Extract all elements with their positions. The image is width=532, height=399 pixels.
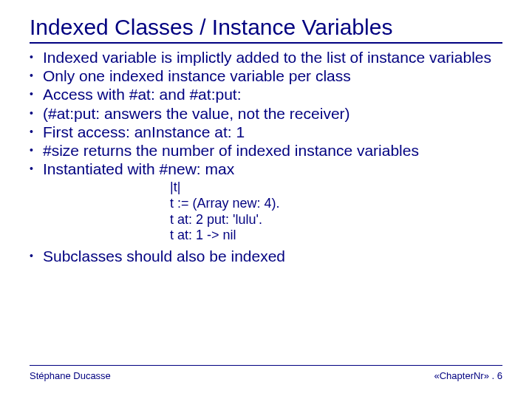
bullet-dot-icon: •	[30, 85, 43, 103]
code-line: |t|	[170, 180, 502, 196]
bullet-dot-icon: •	[30, 48, 43, 66]
bullet-dot-icon: •	[30, 141, 43, 160]
list-item: • #size returns the number of indexed in…	[30, 141, 502, 160]
slide-title: Indexed Classes / Instance Variables	[30, 15, 502, 44]
bullet-dot-icon: •	[30, 123, 43, 141]
footer-author: Stéphane Ducasse	[30, 370, 111, 381]
list-item: • Only one indexed instance variable per…	[30, 66, 502, 85]
bullet-dot-icon: •	[30, 247, 43, 265]
footer-pageref: «ChapterNr» . 6	[434, 370, 503, 381]
bullet-text: Only one indexed instance variable per c…	[43, 66, 502, 85]
bullet-text: First access: anInstance at: 1	[43, 123, 502, 141]
list-item: • Indexed variable is implictly added to…	[30, 48, 502, 66]
bullet-dot-icon: •	[30, 160, 43, 178]
bullet-text: Access with #at: and #at:put:	[43, 85, 502, 103]
code-line: t := (Array new: 4).	[170, 196, 502, 212]
bullet-text: Indexed variable is implictly added to t…	[43, 48, 502, 66]
bullet-dot-icon: •	[30, 104, 43, 123]
list-item: • Subclasses should also be indexed	[30, 247, 502, 265]
list-item: • First access: anInstance at: 1	[30, 123, 502, 141]
footer: Stéphane Ducasse «ChapterNr» . 6	[30, 365, 502, 381]
list-item: • Instantiated with #new: max	[30, 160, 502, 178]
list-item: • Access with #at: and #at:put:	[30, 85, 502, 103]
bullet-dot-icon: •	[30, 66, 43, 85]
code-line: t at: 2 put: 'lulu'.	[170, 212, 502, 228]
code-block: |t| t := (Array new: 4). t at: 2 put: 'l…	[170, 180, 502, 243]
bullet-text: #size returns the number of indexed inst…	[43, 141, 502, 160]
bullet-text: (#at:put: answers the value, not the rec…	[43, 104, 502, 123]
bullet-text: Instantiated with #new: max	[43, 160, 502, 178]
bullet-list: • Indexed variable is implictly added to…	[30, 48, 502, 265]
code-line: t at: 1 -> nil	[170, 228, 502, 244]
list-item: • (#at:put: answers the value, not the r…	[30, 104, 502, 123]
bullet-text: Subclasses should also be indexed	[43, 247, 502, 265]
